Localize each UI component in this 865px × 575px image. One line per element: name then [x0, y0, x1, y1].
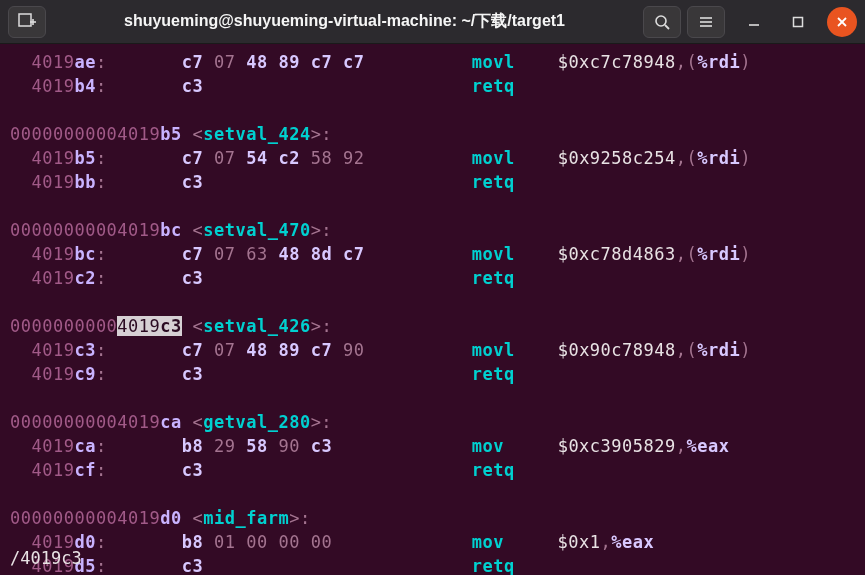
disasm-line: 4019c9: c3 retq	[10, 362, 855, 386]
disasm-line: 4019ae: c7 07 48 89 c7 c7 movl $0xc7c789…	[10, 50, 855, 74]
disassembly-output: 4019ae: c7 07 48 89 c7 c7 movl $0xc7c789…	[10, 50, 855, 575]
titlebar: shuyueming@shuyueming-virtual-machine: ~…	[0, 0, 865, 44]
hamburger-icon	[698, 14, 714, 30]
disasm-line: 00000000004019bc <setval_470>:	[10, 218, 855, 242]
svg-rect-0	[19, 14, 31, 26]
disasm-line: 4019ca: b8 29 58 90 c3 mov $0xc3905829,%…	[10, 434, 855, 458]
disasm-line: 00000000004019d0 <mid_farm>:	[10, 506, 855, 530]
disasm-line: 4019b5: c7 07 54 c2 58 92 movl $0x9258c2…	[10, 146, 855, 170]
search-line[interactable]: /4019c3	[0, 543, 865, 575]
window-title: shuyueming@shuyueming-virtual-machine: ~…	[52, 11, 637, 32]
disasm-line	[10, 482, 855, 506]
svg-point-3	[656, 16, 666, 26]
close-icon	[836, 16, 848, 28]
disasm-line: 4019c3: c7 07 48 89 c7 90 movl $0x90c789…	[10, 338, 855, 362]
search-text: /4019c3	[10, 548, 82, 568]
new-tab-button[interactable]	[8, 6, 46, 38]
svg-line-4	[665, 25, 669, 29]
svg-rect-9	[794, 17, 803, 26]
disasm-line	[10, 194, 855, 218]
disasm-line: 00000000004019c3 <setval_426>:	[10, 314, 855, 338]
new-tab-icon	[18, 13, 36, 31]
search-button[interactable]	[643, 6, 681, 38]
disasm-line: 4019c2: c3 retq	[10, 266, 855, 290]
disasm-line: 4019bb: c3 retq	[10, 170, 855, 194]
disasm-line	[10, 290, 855, 314]
minimize-icon	[748, 16, 760, 28]
terminal-window: shuyueming@shuyueming-virtual-machine: ~…	[0, 0, 865, 575]
close-button[interactable]	[827, 7, 857, 37]
disasm-line: 00000000004019ca <getval_280>:	[10, 410, 855, 434]
terminal-body[interactable]: 4019ae: c7 07 48 89 c7 c7 movl $0xc7c789…	[0, 44, 865, 575]
menu-button[interactable]	[687, 6, 725, 38]
disasm-line: 4019b4: c3 retq	[10, 74, 855, 98]
search-icon	[654, 14, 670, 30]
disasm-line: 00000000004019b5 <setval_424>:	[10, 122, 855, 146]
maximize-button[interactable]	[783, 7, 813, 37]
disasm-line	[10, 386, 855, 410]
disasm-line: 4019bc: c7 07 63 48 8d c7 movl $0xc78d48…	[10, 242, 855, 266]
maximize-icon	[792, 16, 804, 28]
minimize-button[interactable]	[739, 7, 769, 37]
disasm-line	[10, 98, 855, 122]
disasm-line: 4019cf: c3 retq	[10, 458, 855, 482]
